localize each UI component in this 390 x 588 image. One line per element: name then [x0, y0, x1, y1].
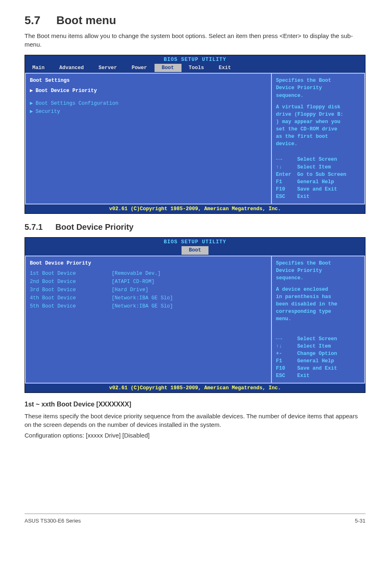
menu-heading: Boot Settings — [30, 77, 267, 84]
help-line: in parenthesis has — [276, 293, 360, 301]
nav-hints: ←→Select Screen ↑↓Select Item EnterGo to… — [276, 148, 360, 200]
subsection-number: 5.7.1 — [25, 221, 53, 233]
help-line: menu. — [276, 315, 360, 323]
submenu-arrow-icon: ▶ — [30, 108, 36, 115]
boot-device-value: [Network:IBA GE Slo] — [112, 294, 173, 302]
help-text: Specifies the Boot Device Priority seque… — [276, 77, 360, 148]
nav-key: ↑↓ — [276, 164, 297, 171]
boot-device-key: 3rd Boot Device — [30, 286, 112, 294]
config-option-heading: 1st ~ xxth Boot Device [XXXXXXX] — [25, 399, 365, 409]
help-line: Device Priority — [276, 84, 360, 92]
bios-left-pane: Boot Settings ──────────────────────────… — [25, 73, 271, 204]
help-line: corresponding type — [276, 308, 360, 315]
help-blank — [276, 99, 360, 103]
submenu-arrow-icon: ▶ — [30, 100, 36, 107]
nav-key: Enter — [276, 171, 297, 178]
help-line: A virtual floppy disk — [276, 103, 360, 111]
menu-item-label: Boot Settings Configuration — [36, 100, 119, 107]
nav-label: Go to Sub Screen — [297, 171, 346, 178]
nav-key: ESC — [276, 372, 297, 379]
config-option-description: These items specify the boot device prio… — [25, 412, 365, 430]
nav-label: General Help — [297, 357, 334, 365]
nav-label: Change Option — [297, 350, 337, 357]
help-line: A device enclosed — [276, 286, 360, 293]
boot-device-row-4[interactable]: 4th Boot Device [Network:IBA GE Slo] — [30, 294, 267, 302]
help-line: Device Priority — [276, 267, 360, 274]
tab-power[interactable]: Power — [124, 64, 155, 72]
nav-key: ↑↓ — [276, 343, 297, 350]
bios-panel-boot-settings: BIOS SETUP UTILITY Main Advanced Server … — [25, 55, 365, 214]
help-line: sequence. — [276, 92, 360, 99]
bios-header: BIOS SETUP UTILITY — [25, 55, 365, 63]
help-line: ) may appear when you — [276, 118, 360, 126]
nav-key: F1 — [276, 357, 297, 365]
bios-footer: v02.61 (C)Copyright 1985-2009, American … — [25, 204, 365, 213]
section-number: 5.7 — [25, 12, 53, 29]
footer-product: ASUS TS300-E6 Series — [25, 517, 81, 525]
nav-label: Select Screen — [297, 156, 337, 163]
bios-header: BIOS SETUP UTILITY — [25, 238, 365, 246]
help-text: Specifies the Boot Device Priority seque… — [276, 260, 360, 323]
boot-device-row-1[interactable]: 1st Boot Device [Removable Dev.] — [30, 269, 267, 278]
section-intro: The Boot menu items allow you to change … — [25, 31, 365, 49]
submenu-arrow-icon: ▶ — [30, 87, 36, 94]
boot-device-value: [ATAPI CD-ROM] — [112, 278, 155, 285]
nav-key: ←→ — [276, 335, 297, 343]
tab-main[interactable]: Main — [25, 64, 52, 72]
nav-key: F10 — [276, 365, 297, 372]
help-blank — [276, 282, 360, 286]
subsection-heading: 5.7.1 Boot Device Priority — [25, 221, 365, 233]
boot-device-value: [Removable Dev.] — [112, 270, 161, 277]
nav-label: Exit — [297, 193, 309, 200]
help-line: set the CD-ROM drive — [276, 126, 360, 133]
tab-tools[interactable]: Tools — [182, 64, 212, 72]
menu-item-security[interactable]: ▶ Security — [30, 108, 267, 116]
bios-footer: v02.61 (C)Copyright 1985-2009, American … — [25, 384, 365, 393]
bios-panel-boot-device-priority: BIOS SETUP UTILITY Boot Boot Device Prio… — [25, 237, 365, 393]
help-line: been disabled in the — [276, 301, 360, 308]
nav-label: Save and Exit — [297, 186, 337, 193]
boot-device-key: 5th Boot Device — [30, 303, 112, 310]
nav-key: F1 — [276, 178, 297, 186]
page-footer: ASUS TS300-E6 Series 5-31 — [25, 514, 365, 525]
nav-key: ESC — [276, 193, 297, 200]
nav-key: ←→ — [276, 156, 297, 163]
nav-key: +- — [276, 350, 297, 357]
subsection-title-text: Boot Device Priority — [56, 222, 134, 231]
tab-boot[interactable]: Boot — [155, 64, 182, 72]
nav-label: General Help — [297, 178, 334, 186]
help-line: Specifies the Boot — [276, 77, 360, 84]
section-heading: 5.7 Boot menu — [25, 12, 365, 29]
bios-help-pane: Specifies the Boot Device Priority seque… — [271, 256, 365, 384]
help-line: device. — [276, 140, 360, 148]
menu-heading: Boot Device Priority — [30, 260, 267, 267]
menu-item-boot-settings-config[interactable]: ▶ Boot Settings Configuration — [30, 99, 267, 108]
nav-key: F10 — [276, 186, 297, 193]
menu-item-label: Security — [36, 108, 60, 115]
tab-boot[interactable]: Boot — [182, 246, 208, 254]
nav-label: Save and Exit — [297, 365, 337, 372]
bios-left-pane: Boot Device Priority ───────────────────… — [25, 256, 271, 384]
boot-device-row-3[interactable]: 3rd Boot Device [Hard Drive] — [30, 286, 267, 294]
boot-device-value: [Hard Drive] — [112, 286, 148, 294]
config-option-values: Configuration options: [xxxxx Drive] [Di… — [25, 431, 365, 440]
section-title-text: Boot menu — [56, 14, 116, 27]
menu-item-label: Boot Device Priority — [36, 87, 97, 94]
nav-label: Select Screen — [297, 335, 337, 343]
boot-device-value: [Network:IBA GE Slo] — [112, 303, 173, 310]
boot-device-row-5[interactable]: 5th Boot Device [Network:IBA GE Slo] — [30, 302, 267, 310]
boot-device-key: 4th Boot Device — [30, 294, 112, 302]
tab-server[interactable]: Server — [91, 64, 124, 72]
help-line: as the first boot — [276, 133, 360, 140]
help-line: Specifies the Boot — [276, 260, 360, 267]
nav-label: Exit — [297, 372, 309, 379]
bios-tab-bar: Main Advanced Server Power Boot Tools Ex… — [25, 63, 365, 73]
tab-exit[interactable]: Exit — [211, 64, 238, 72]
nav-hints: ←→Select Screen ↑↓Select Item +-Change O… — [276, 323, 360, 380]
tab-advanced[interactable]: Advanced — [52, 64, 91, 72]
bios-help-pane: Specifies the Boot Device Priority seque… — [271, 73, 365, 204]
footer-page-number: 5-31 — [355, 517, 365, 525]
boot-device-row-2[interactable]: 2nd Boot Device [ATAPI CD-ROM] — [30, 278, 267, 286]
spacer — [30, 95, 267, 99]
menu-item-boot-device-priority[interactable]: ▶ Boot Device Priority — [30, 87, 267, 95]
